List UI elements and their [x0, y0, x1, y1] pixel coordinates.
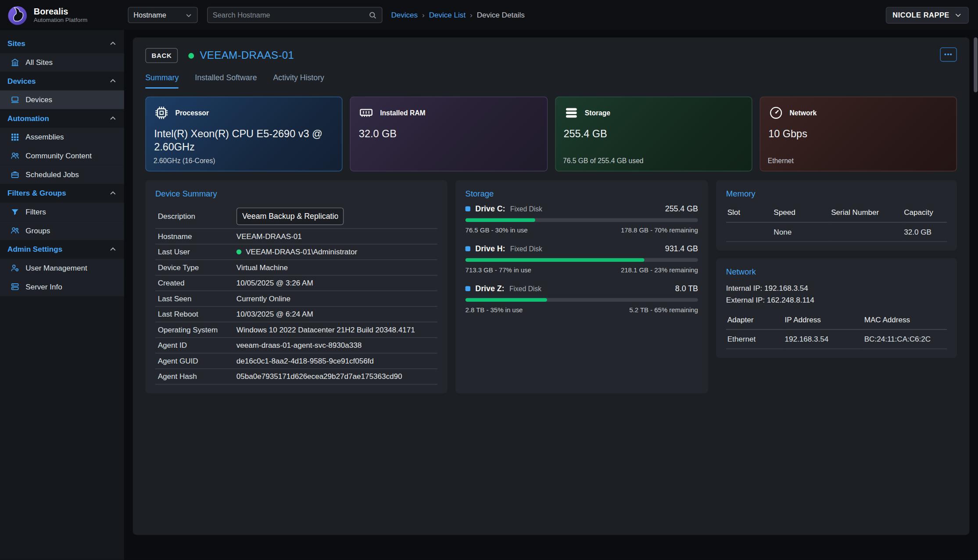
card-value: 32.0 GB	[358, 127, 539, 140]
section-label: Filters & Groups	[7, 189, 66, 198]
sidebar-item-label: Devices	[25, 96, 52, 104]
drive-c: Drive C: Fixed Disk 255.4 GB 76.5 GB - 3…	[466, 204, 698, 234]
breadcrumb-device-list[interactable]: Device List	[429, 11, 466, 19]
chevron-up-icon	[109, 115, 117, 122]
adapter-mac: BC:24:11:CA:C6:2C	[863, 330, 947, 349]
memory-slot	[726, 223, 773, 242]
user-menu-button[interactable]: NICOLE RAPPE	[886, 7, 969, 23]
sidebar: Sites All Sites Devices Devices	[0, 30, 124, 560]
building-icon	[10, 58, 19, 67]
sidebar-item-label: Groups	[25, 226, 50, 235]
sidebar-item-filters[interactable]: Filters	[0, 203, 124, 221]
breadcrumb-current: Device Details	[477, 11, 525, 19]
sidebar-section-admin-settings[interactable]: Admin Settings	[0, 240, 124, 259]
panel-title: Storage	[466, 189, 698, 198]
network-panel: Network Internal IP: 192.168.3.54 Extern…	[716, 258, 957, 358]
sidebar-item-label: Community Content	[25, 151, 92, 160]
tab-bar: Summary Installed Software Activity Hist…	[145, 74, 957, 89]
adapter-ip: 192.168.3.54	[784, 330, 863, 349]
breadcrumb-devices[interactable]: Devices	[391, 11, 418, 19]
drive-h: Drive H: Fixed Disk 931.4 GB 713.3 GB - …	[466, 244, 698, 274]
panel-title: Memory	[726, 189, 947, 198]
device-summary-panel: Device Summary Description Hostname VEEA…	[145, 180, 447, 393]
detail-grid: Device Summary Description Hostname VEEA…	[145, 180, 957, 393]
sidebar-item-label: Scheduled Jobs	[25, 170, 79, 179]
sidebar-item-all-sites[interactable]: All Sites	[0, 53, 124, 72]
sidebar-item-assemblies[interactable]: Assemblies	[0, 128, 124, 146]
brand-name: Borealis	[34, 7, 87, 17]
tab-installed-software[interactable]: Installed Software	[195, 74, 257, 89]
summary-row-last-seen: Last Seen Currently Online	[155, 291, 437, 307]
device-title: VEEAM-DRAAS-01	[200, 49, 294, 61]
search-icon[interactable]	[369, 11, 376, 19]
search-box	[207, 7, 382, 23]
summary-row-os: Operating System Windows 10 2022 Datacen…	[155, 322, 437, 338]
card-footer: 2.60GHz (16-Cores)	[154, 157, 335, 164]
brand-text: Borealis Automation Platform	[34, 7, 87, 23]
drive-z: Drive Z: Fixed Disk 8.0 TB 2.8 TB - 35% …	[466, 284, 698, 314]
card-label: Processor	[175, 109, 209, 117]
hostname-filter-select[interactable]: Hostname	[128, 7, 197, 23]
chevron-up-icon	[109, 189, 117, 197]
sidebar-item-groups[interactable]: Groups	[0, 221, 124, 240]
sidebar-item-label: User Management	[25, 264, 87, 272]
search-input[interactable]	[213, 11, 369, 19]
breadcrumb-separator: ›	[470, 11, 473, 19]
card-value: 255.4 GB	[563, 127, 744, 140]
ram-card: Installed RAM 32.0 GB	[350, 96, 548, 171]
scrollbar-thumb[interactable]	[974, 37, 978, 92]
sidebar-item-label: All Sites	[25, 58, 53, 67]
sidebar-section-devices[interactable]: Devices	[0, 71, 124, 90]
borealis-logo	[6, 4, 29, 26]
section-label: Devices	[7, 77, 36, 86]
summary-row-agent-hash: Agent Hash 05ba0e7935171d626ecea29b27d7a…	[155, 369, 437, 385]
tab-summary[interactable]: Summary	[145, 74, 179, 89]
people-icon	[10, 151, 19, 160]
network-speed-icon	[768, 105, 784, 121]
panel-title: Device Summary	[155, 189, 437, 198]
brand-subtitle: Automation Platform	[34, 17, 87, 24]
sidebar-item-server-info[interactable]: Server Info	[0, 278, 124, 296]
hostname-filter-value: Hostname	[133, 11, 166, 19]
sidebar-section-filters-groups[interactable]: Filters & Groups	[0, 184, 124, 203]
sidebar-item-community-content[interactable]: Community Content	[0, 146, 124, 165]
device-details-panel: BACK VEEAM-DRAAS-01 ••• Summary Installe…	[133, 37, 969, 535]
sidebar-item-user-management[interactable]: User Management	[0, 259, 124, 278]
storage-card: Storage 255.4 GB 76.5 GB of 255.4 GB use…	[555, 96, 752, 171]
user-gear-icon	[10, 264, 19, 272]
summary-row-last-user: Last User VEEAM-DRAAS-01\Administrator	[155, 244, 437, 260]
drive-icon	[466, 207, 470, 211]
internal-ip: Internal IP: 192.168.3.54	[726, 282, 947, 294]
drive-icon	[466, 286, 470, 291]
chevron-down-icon	[954, 11, 962, 19]
section-label: Admin Settings	[7, 245, 62, 254]
more-actions-button[interactable]: •••	[940, 47, 957, 62]
sidebar-section-automation[interactable]: Automation	[0, 109, 124, 128]
tab-activity-history[interactable]: Activity History	[273, 74, 324, 89]
breadcrumb: Devices › Device List › Device Details	[391, 11, 524, 19]
sidebar-section-sites[interactable]: Sites	[0, 34, 124, 53]
grid-icon	[10, 133, 19, 142]
card-footer: Ethernet	[768, 157, 949, 164]
summary-row-created: Created 10/05/2025 @ 3:26 AM	[155, 275, 437, 291]
description-input[interactable]	[236, 207, 344, 225]
memory-panel: Memory Slot Speed Serial Number Capacity…	[716, 180, 957, 251]
briefcase-icon	[10, 170, 19, 179]
device-header: BACK VEEAM-DRAAS-01 •••	[145, 47, 957, 64]
summary-row-description: Description	[155, 204, 437, 228]
external-ip: External IP: 162.248.8.114	[726, 294, 947, 305]
stat-cards: Processor Intel(R) Xeon(R) CPU E5-2690 v…	[145, 96, 957, 171]
sidebar-item-scheduled-jobs[interactable]: Scheduled Jobs	[0, 165, 124, 184]
card-value: 10 Gbps	[768, 127, 949, 140]
section-label: Sites	[7, 39, 25, 48]
sidebar-item-devices[interactable]: Devices	[0, 90, 124, 109]
user-online-dot	[236, 250, 241, 254]
memory-capacity: 32.0 GB	[903, 223, 947, 242]
summary-row-hostname: Hostname VEEAM-DRAAS-01	[155, 229, 437, 245]
main-area: BACK VEEAM-DRAAS-01 ••• Summary Installe…	[124, 30, 978, 560]
summary-row-agent-guid: Agent GUID de16c0c1-8aa2-4d18-9585-9ce91…	[155, 353, 437, 369]
chevron-up-icon	[109, 40, 117, 47]
drive-usage-bar	[466, 258, 698, 262]
back-button[interactable]: BACK	[145, 48, 178, 63]
chevron-down-icon	[185, 11, 192, 18]
